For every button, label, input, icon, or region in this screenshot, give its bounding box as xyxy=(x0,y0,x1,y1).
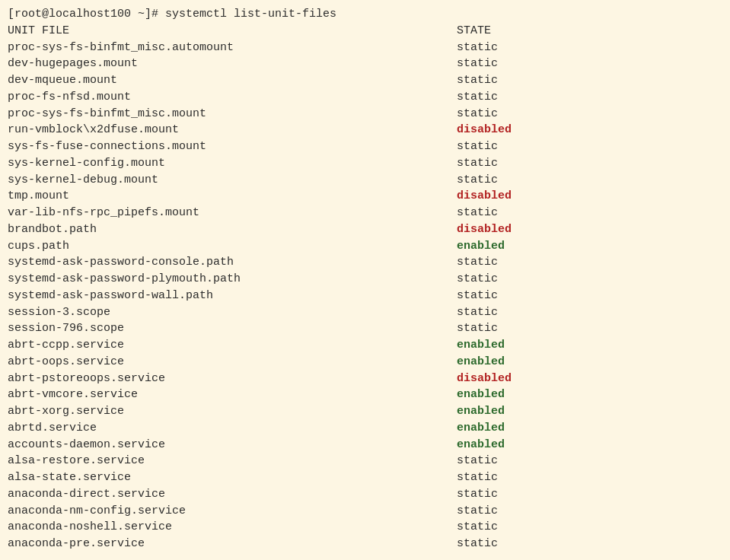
unit-state: static xyxy=(457,106,498,123)
unit-state: static xyxy=(457,469,498,486)
table-row: abrt-ccpp.serviceenabled xyxy=(8,337,722,354)
unit-file-name: sys-kernel-debug.mount xyxy=(8,172,457,189)
unit-file-name: abrt-pstoreoops.service xyxy=(8,371,457,387)
unit-file-name: systemd-ask-password-wall.path xyxy=(8,288,457,304)
table-row: alsa-state.servicestatic xyxy=(8,469,722,486)
unit-state: static xyxy=(457,40,498,56)
table-row: anaconda-pre.servicestatic xyxy=(8,536,722,552)
unit-file-name: cups.path xyxy=(8,238,457,255)
unit-file-name: anaconda-pre.service xyxy=(8,536,457,552)
unit-state: static xyxy=(457,519,498,536)
unit-file-name: brandbot.path xyxy=(8,221,457,238)
unit-state: disabled xyxy=(457,371,512,387)
table-row: systemd-ask-password-console.pathstatic xyxy=(8,254,722,271)
unit-file-name: proc-sys-fs-binfmt_misc.automount xyxy=(8,40,457,56)
unit-file-name: alsa-restore.service xyxy=(8,453,457,469)
table-row: systemd-ask-password-wall.pathstatic xyxy=(8,288,722,304)
table-row: anaconda-nm-config.servicestatic xyxy=(8,503,722,520)
unit-file-name: var-lib-nfs-rpc_pipefs.mount xyxy=(8,205,457,221)
rows-container: proc-sys-fs-binfmt_misc.automountstaticd… xyxy=(8,40,722,552)
table-row: abrt-xorg.serviceenabled xyxy=(8,403,722,420)
table-row: anaconda-direct.servicestatic xyxy=(8,486,722,503)
unit-file-name: proc-sys-fs-binfmt_misc.mount xyxy=(8,106,457,123)
table-row: systemd-ask-password-plymouth.pathstatic xyxy=(8,271,722,288)
unit-file-name: session-796.scope xyxy=(8,320,457,337)
header-row: UNIT FILE STATE xyxy=(8,23,722,40)
unit-file-name: sys-fs-fuse-connections.mount xyxy=(8,138,457,155)
unit-state: static xyxy=(457,486,498,503)
unit-state: enabled xyxy=(457,387,505,403)
unit-state: enabled xyxy=(457,337,505,354)
prompt-line: [root@localhost100 ~]# systemctl list-un… xyxy=(8,6,722,23)
header-unit-file: UNIT FILE xyxy=(8,23,457,40)
unit-state: disabled xyxy=(457,221,512,238)
unit-state: static xyxy=(457,254,498,271)
unit-state: static xyxy=(457,138,498,155)
unit-state: enabled xyxy=(457,437,505,453)
table-row: anaconda-noshell.servicestatic xyxy=(8,519,722,536)
table-row: dev-mqueue.mountstatic xyxy=(8,72,722,89)
table-row: sys-kernel-debug.mountstatic xyxy=(8,172,722,189)
table-row: sys-kernel-config.mountstatic xyxy=(8,155,722,172)
unit-state: enabled xyxy=(457,420,505,437)
unit-file-name: accounts-daemon.service xyxy=(8,437,457,453)
unit-file-name: alsa-state.service xyxy=(8,469,457,486)
table-row: alsa-restore.servicestatic xyxy=(8,453,722,469)
unit-state: static xyxy=(457,155,498,172)
unit-state: disabled xyxy=(457,122,512,138)
unit-file-name: dev-mqueue.mount xyxy=(8,72,457,89)
unit-file-name: systemd-ask-password-plymouth.path xyxy=(8,271,457,288)
unit-file-name: abrtd.service xyxy=(8,420,457,437)
unit-state: static xyxy=(457,453,498,469)
table-row: abrtd.serviceenabled xyxy=(8,420,722,437)
table-row: run-vmblock\x2dfuse.mountdisabled xyxy=(8,122,722,138)
unit-state: static xyxy=(457,503,498,520)
unit-file-name: anaconda-direct.service xyxy=(8,486,457,503)
unit-state: static xyxy=(457,205,498,221)
table-row: abrt-oops.serviceenabled xyxy=(8,354,722,371)
unit-file-name: run-vmblock\x2dfuse.mount xyxy=(8,122,457,138)
table-row: accounts-daemon.serviceenabled xyxy=(8,437,722,453)
unit-state: static xyxy=(457,536,498,552)
table-row: sys-fs-fuse-connections.mountstatic xyxy=(8,138,722,155)
unit-file-name: anaconda-noshell.service xyxy=(8,519,457,536)
table-row: abrt-pstoreoops.servicedisabled xyxy=(8,371,722,387)
unit-file-name: proc-fs-nfsd.mount xyxy=(8,89,457,106)
unit-state: static xyxy=(457,320,498,337)
unit-state: static xyxy=(457,288,498,304)
unit-state: static xyxy=(457,72,498,89)
terminal-output: [root@localhost100 ~]# systemctl list-un… xyxy=(8,6,722,552)
table-row: var-lib-nfs-rpc_pipefs.mountstatic xyxy=(8,205,722,221)
unit-file-name: session-3.scope xyxy=(8,304,457,321)
table-row: tmp.mountdisabled xyxy=(8,188,722,205)
unit-file-name: abrt-oops.service xyxy=(8,354,457,371)
table-row: abrt-vmcore.serviceenabled xyxy=(8,387,722,403)
unit-file-name: dev-hugepages.mount xyxy=(8,56,457,72)
unit-state: enabled xyxy=(457,354,505,371)
unit-file-name: systemd-ask-password-console.path xyxy=(8,254,457,271)
table-row: session-796.scopestatic xyxy=(8,320,722,337)
unit-file-name: anaconda-nm-config.service xyxy=(8,503,457,520)
unit-file-name: abrt-vmcore.service xyxy=(8,387,457,403)
unit-state: enabled xyxy=(457,238,505,255)
unit-state: disabled xyxy=(457,188,512,205)
header-state: STATE xyxy=(457,23,491,40)
unit-file-name: abrt-ccpp.service xyxy=(8,337,457,354)
unit-state: static xyxy=(457,56,498,72)
table-row: cups.pathenabled xyxy=(8,238,722,255)
table-row: dev-hugepages.mountstatic xyxy=(8,56,722,72)
table-row: proc-sys-fs-binfmt_misc.mountstatic xyxy=(8,106,722,123)
unit-state: static xyxy=(457,271,498,288)
unit-state: static xyxy=(457,89,498,106)
table-row: proc-sys-fs-binfmt_misc.automountstatic xyxy=(8,40,722,56)
unit-state: static xyxy=(457,172,498,189)
unit-file-name: sys-kernel-config.mount xyxy=(8,155,457,172)
table-row: proc-fs-nfsd.mountstatic xyxy=(8,89,722,106)
unit-state: static xyxy=(457,304,498,321)
prompt-text: [root@localhost100 ~]# systemctl list-un… xyxy=(8,6,336,23)
table-row: session-3.scopestatic xyxy=(8,304,722,321)
unit-state: enabled xyxy=(457,403,505,420)
table-row: brandbot.pathdisabled xyxy=(8,221,722,238)
unit-file-name: tmp.mount xyxy=(8,188,457,205)
unit-file-name: abrt-xorg.service xyxy=(8,403,457,420)
